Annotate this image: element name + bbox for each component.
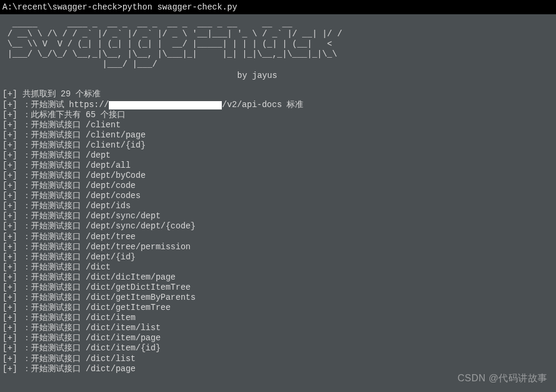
endpoint-line: [+] ：开始测试接口 /client — [2, 120, 554, 130]
endpoint-line: [+] ：开始测试接口 /dept/tree — [2, 232, 554, 242]
endpoint-line: [+] ：开始测试接口 /client/page — [2, 130, 554, 140]
endpoint-list: [+] ：开始测试接口 /client[+] ：开始测试接口 /client/p… — [2, 120, 554, 374]
endpoint-line: [+] ：开始测试接口 /dict/item/list — [2, 323, 554, 333]
summary-iface-count: [+] ：此标准下共有 65 个接口 — [2, 110, 554, 120]
endpoint-line: [+] ：开始测试接口 /dept/{id} — [2, 252, 554, 262]
endpoint-line: [+] ：开始测试接口 /dept/code — [2, 181, 554, 191]
endpoint-line: [+] ：开始测试接口 /dict/list — [2, 354, 554, 364]
endpoint-line: [+] ：开始测试接口 /dict/item/page — [2, 333, 554, 343]
endpoint-line: [+] ：开始测试接口 /dept/sync/dept — [2, 211, 554, 221]
endpoint-line: [+] ：开始测试接口 /dept/sync/dept/{code} — [2, 221, 554, 231]
endpoint-line: [+] ：开始测试接口 /dict/getItemByParents — [2, 293, 554, 303]
summary-test-start: [+] ：开始测试 https:///v2/api-docs 标准 — [2, 100, 554, 110]
terminal-output: _____ ____ _ __ _ __ _ __ _ ___ _ __ __ … — [0, 14, 556, 374]
endpoint-line: [+] ：开始测试接口 /dict — [2, 262, 554, 272]
terminal-window[interactable]: A:\recent\swagger-check>python swagger-c… — [0, 0, 556, 14]
summary-grab: [+] 共抓取到 29 个标准 — [2, 89, 554, 99]
endpoint-line: [+] ：开始测试接口 /dept/ids — [2, 201, 554, 211]
endpoint-line: [+] ：开始测试接口 /dict/item/{id} — [2, 343, 554, 353]
endpoint-line: [+] ：开始测试接口 /dept/all — [2, 161, 554, 171]
author-byline: by jayus — [2, 71, 554, 81]
endpoint-line: [+] ：开始测试接口 /dept/tree/permission — [2, 242, 554, 252]
endpoint-line: [+] ：开始测试接口 /dict/getItemTree — [2, 303, 554, 313]
command-prompt: A:\recent\swagger-check>python swagger-c… — [0, 2, 556, 12]
watermark: CSDN @代码讲故事 — [457, 372, 548, 385]
endpoint-line: [+] ：开始测试接口 /dept — [2, 150, 554, 161]
endpoint-line: [+] ：开始测试接口 /client/{id} — [2, 140, 554, 150]
endpoint-line: [+] ：开始测试接口 /dict/dicItem/page — [2, 272, 554, 283]
endpoint-line: [+] ：开始测试接口 /dict/getDictItemTree — [2, 283, 554, 293]
endpoint-line: [+] ：开始测试接口 /dict/item — [2, 313, 554, 323]
ascii-banner: _____ ____ _ __ _ __ _ __ _ ___ _ __ __ … — [2, 19, 554, 70]
redacted-host — [109, 101, 222, 109]
endpoint-line: [+] ：开始测试接口 /dept/codes — [2, 191, 554, 201]
endpoint-line: [+] ：开始测试接口 /dept/byCode — [2, 171, 554, 181]
